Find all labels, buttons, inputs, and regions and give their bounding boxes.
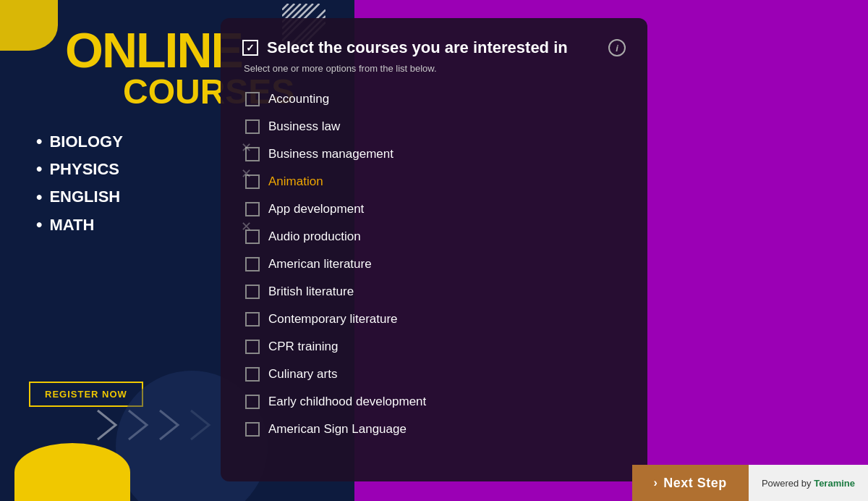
- course-label-cpr-training: CPR training: [268, 340, 338, 354]
- course-label-app-development: App development: [268, 202, 364, 216]
- next-step-button[interactable]: › Next Step: [632, 465, 749, 501]
- course-label-business-law: Business law: [268, 119, 340, 134]
- next-step-arrow: ›: [654, 476, 658, 489]
- course-list: Accounting Business law Business managem…: [242, 85, 626, 443]
- course-item-cpr-training[interactable]: CPR training: [242, 333, 626, 361]
- x-marker-2: ✕: [241, 166, 252, 182]
- powered-by-brand: Teramine: [814, 478, 855, 489]
- course-item-american-literature[interactable]: American literature: [242, 250, 626, 278]
- powered-by-text: Powered by: [762, 478, 812, 489]
- bottom-bar: › Next Step Powered by Teramine: [0, 465, 868, 501]
- header-checkbox-icon: [242, 40, 258, 56]
- course-checkbox-asl[interactable]: [245, 422, 260, 437]
- course-checkbox-accounting[interactable]: [245, 92, 260, 106]
- course-item-asl[interactable]: American Sign Language: [242, 416, 626, 443]
- course-item-business-management[interactable]: Business management: [242, 140, 626, 168]
- course-label-british-literature: British literature: [268, 285, 354, 299]
- course-label-asl: American Sign Language: [268, 422, 407, 437]
- course-item-accounting[interactable]: Accounting: [242, 85, 626, 113]
- course-checkbox-american-literature[interactable]: [245, 257, 260, 271]
- card-title: Select the courses you are interested in: [267, 38, 568, 57]
- course-selection-card: Select the courses you are interested in…: [221, 18, 647, 481]
- x-marker-1: ✕: [241, 140, 252, 156]
- svg-line-1: [282, 4, 294, 16]
- course-label-accounting: Accounting: [268, 92, 329, 106]
- course-item-app-development[interactable]: App development: [242, 195, 626, 223]
- course-label-animation: Animation: [268, 174, 323, 189]
- course-item-business-law[interactable]: Business law: [242, 113, 626, 140]
- info-icon[interactable]: i: [608, 39, 626, 56]
- course-item-british-literature[interactable]: British literature: [242, 278, 626, 306]
- course-checkbox-contemporary-literature[interactable]: [245, 312, 260, 327]
- course-checkbox-early-childhood[interactable]: [245, 395, 260, 409]
- course-item-early-childhood[interactable]: Early childhood development: [242, 388, 626, 416]
- course-checkbox-cpr-training[interactable]: [245, 340, 260, 354]
- course-checkbox-business-law[interactable]: [245, 119, 260, 134]
- course-checkbox-british-literature[interactable]: [245, 285, 260, 299]
- course-item-audio-production[interactable]: Audio production: [242, 223, 626, 250]
- course-item-culinary-arts[interactable]: Culinary arts: [242, 361, 626, 388]
- course-label-american-literature: American literature: [268, 257, 372, 271]
- x-marker-3: ✕: [241, 219, 252, 235]
- course-item-contemporary-literature[interactable]: Contemporary literature: [242, 306, 626, 333]
- course-item-animation[interactable]: Animation: [242, 168, 626, 195]
- course-label-contemporary-literature: Contemporary literature: [268, 312, 398, 327]
- register-button[interactable]: REGISTER NOW: [29, 382, 143, 407]
- powered-by-banner: Powered by Teramine: [749, 465, 868, 501]
- course-checkbox-culinary-arts[interactable]: [245, 367, 260, 382]
- next-step-label: Next Step: [663, 476, 727, 491]
- svg-line-0: [282, 4, 289, 10]
- course-checkbox-app-development[interactable]: [245, 202, 260, 216]
- card-subtitle: Select one or more options from the list…: [244, 63, 626, 74]
- course-label-culinary-arts: Culinary arts: [268, 367, 337, 382]
- yellow-blob-topleft: [0, 0, 58, 51]
- card-title-row: Select the courses you are interested in: [242, 38, 568, 57]
- card-header: Select the courses you are interested in…: [242, 38, 626, 57]
- course-label-audio-production: Audio production: [268, 230, 361, 244]
- course-label-early-childhood: Early childhood development: [268, 395, 426, 409]
- course-label-business-management: Business management: [268, 147, 393, 161]
